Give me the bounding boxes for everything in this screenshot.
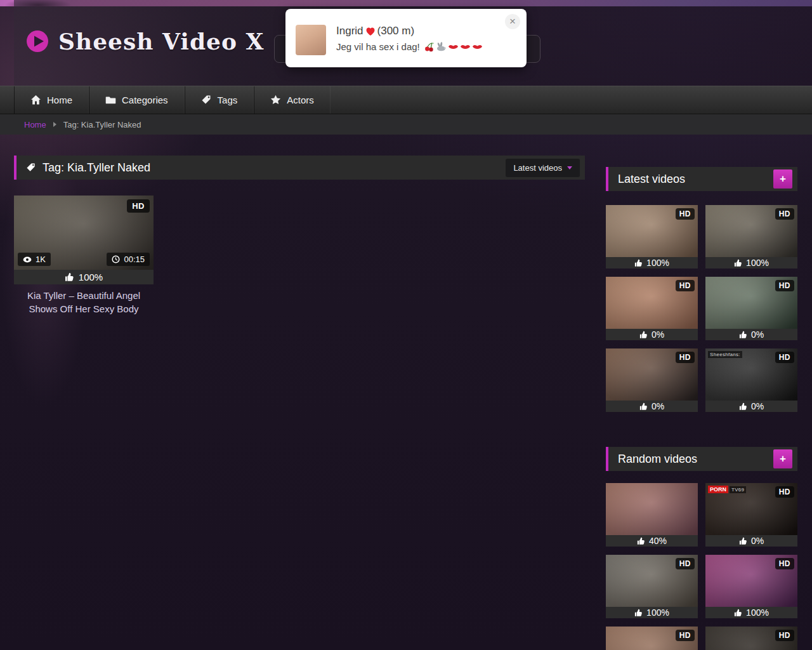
lips-icon (472, 43, 483, 51)
video-thumbnail[interactable]: HD 1K 00:15 (14, 196, 154, 270)
nav-item-tags[interactable]: Tags (185, 86, 254, 114)
thumbs-up-icon (637, 537, 645, 545)
breadcrumb-home-link[interactable]: Home (24, 120, 46, 129)
sidebar: Latest videos + HD 100% (606, 167, 797, 650)
video-title[interactable]: Kia Tyller – Beautiful Angel Shows Off H… (14, 289, 154, 315)
hd-badge: HD (775, 486, 794, 498)
content-header: Tag: Kia.Tyller Naked Latest videos (14, 156, 585, 180)
thumbs-up-icon (639, 402, 648, 411)
hd-badge: HD (775, 630, 794, 641)
notification-message: Jeg vil ha sex i dag! (336, 41, 483, 52)
avatar (296, 25, 326, 55)
rating-bar: 40% (606, 535, 698, 547)
nav-label: Tags (218, 95, 238, 105)
thumbs-up-icon (634, 609, 643, 617)
hd-badge: HD (676, 352, 695, 363)
video-thumbnail[interactable]: HD (606, 555, 698, 607)
section-title: Latest videos (618, 173, 685, 186)
heart-icon (365, 27, 376, 36)
video-thumbnail[interactable]: HD (606, 277, 698, 329)
nav-item-categories[interactable]: Categories (89, 86, 185, 114)
rating-bar: 100% (705, 607, 797, 618)
notification-body: Ingrid (300 m) Jeg vil ha sex i dag! (336, 17, 483, 60)
video-thumbnail[interactable]: HD (606, 627, 698, 650)
add-button[interactable]: + (773, 449, 792, 468)
watermark: PORNTV69 (708, 486, 746, 493)
thumbs-up-icon (634, 259, 643, 267)
close-icon[interactable]: × (505, 14, 520, 29)
views-chip: 1K (18, 253, 51, 266)
rating-bar: 0% (606, 329, 698, 340)
rabbit-icon (436, 42, 447, 51)
hd-badge: HD (676, 630, 695, 641)
video-thumbnail[interactable]: HD (705, 627, 797, 650)
video-card[interactable]: HD 100% (606, 205, 698, 269)
eye-icon (23, 256, 32, 263)
thumbs-up-icon (639, 331, 648, 339)
breadcrumb-current: Tag: Kia.Tyller Naked (63, 120, 141, 129)
tag-icon (26, 162, 36, 173)
play-icon (25, 29, 49, 53)
folder-icon (105, 95, 116, 105)
thumbs-up-icon (739, 402, 747, 411)
hd-badge: HD (676, 558, 695, 569)
hd-badge: HD (775, 280, 794, 291)
video-card[interactable]: HD 1K 00:15 (14, 196, 154, 315)
watermark: Sheeshfans: (708, 351, 742, 358)
nav-label: Actors (287, 95, 314, 105)
site-logo[interactable]: Sheesh Video X (25, 28, 264, 55)
video-card[interactable]: PORNTV69 HD 0% (705, 483, 797, 547)
rating-bar: 100% (606, 257, 698, 269)
rating-bar: 0% (705, 329, 797, 340)
thumbs-up-icon (65, 272, 74, 282)
sort-dropdown[interactable]: Latest videos (506, 159, 580, 177)
hd-badge: HD (676, 280, 695, 291)
video-card[interactable]: HD (705, 627, 797, 650)
random-videos-grid: 40% PORNTV69 HD 0% HD (606, 483, 797, 650)
video-card[interactable]: HD 0% (606, 348, 698, 412)
thumbs-up-icon (734, 609, 742, 617)
breadcrumb: Home Tag: Kia.Tyller Naked (0, 114, 812, 135)
video-thumbnail[interactable]: HD (705, 205, 797, 257)
rating-bar: 100% (14, 270, 154, 284)
video-thumbnail[interactable]: HD (606, 205, 698, 257)
chevron-right-icon (53, 122, 56, 127)
latest-videos-header: Latest videos + (606, 167, 797, 191)
video-thumbnail[interactable]: HD (705, 555, 797, 607)
thumbs-up-icon (734, 259, 742, 267)
video-card[interactable]: HD 100% (705, 555, 797, 618)
video-card[interactable]: HD 100% (606, 555, 698, 618)
random-videos-header: Random videos + (606, 447, 797, 471)
video-thumbnail[interactable]: Sheeshfans: HD (705, 348, 797, 401)
add-button[interactable]: + (773, 169, 792, 189)
page-title: Tag: Kia.Tyller Naked (26, 161, 150, 175)
nav-item-actors[interactable]: Actors (254, 86, 331, 114)
video-card[interactable]: Sheeshfans: HD 0% (705, 348, 797, 412)
notification-popup[interactable]: Ingrid (300 m) Jeg vil ha sex i dag! (285, 9, 527, 67)
video-thumbnail[interactable]: PORNTV69 HD (705, 483, 797, 535)
main-nav: Home Categories Tags Actors (0, 86, 812, 114)
video-grid: HD 1K 00:15 (14, 196, 585, 315)
video-card[interactable]: HD 0% (606, 277, 698, 340)
rating-bar: 100% (705, 257, 797, 269)
latest-videos-grid: HD 100% HD 100% (606, 205, 797, 412)
video-card[interactable]: HD 100% (705, 205, 797, 269)
hd-badge: HD (127, 199, 150, 213)
video-card[interactable]: 40% (606, 483, 698, 547)
video-thumbnail[interactable] (606, 483, 698, 535)
nav-item-home[interactable]: Home (14, 86, 89, 114)
hd-badge: HD (775, 558, 794, 569)
video-thumbnail[interactable]: HD (705, 277, 797, 329)
thumbs-up-icon (739, 537, 747, 545)
lips-icon (460, 43, 471, 51)
home-icon (30, 95, 41, 105)
hd-badge: HD (775, 352, 794, 363)
video-card[interactable]: HD (606, 627, 698, 650)
nav-label: Categories (122, 95, 168, 105)
hd-badge: HD (676, 208, 695, 220)
duration-chip: 00:15 (107, 253, 150, 266)
video-card[interactable]: HD 0% (705, 277, 797, 340)
notification-title: Ingrid (300 m) (336, 25, 483, 37)
video-thumbnail[interactable]: HD (606, 348, 698, 401)
lips-icon (448, 43, 459, 51)
